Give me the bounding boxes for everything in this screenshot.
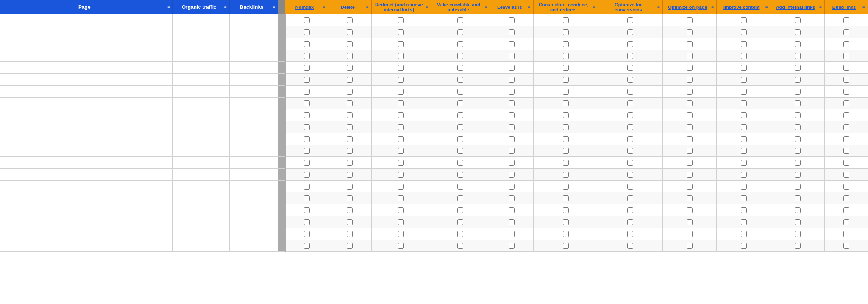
cell-improve[interactable] [717, 74, 771, 86]
cell-optimize-conv[interactable] [598, 240, 663, 252]
checkbox-leave-15[interactable] [509, 195, 515, 201]
cell-redirect[interactable] [371, 14, 431, 26]
checkbox-add-internal-13[interactable] [795, 172, 801, 178]
cell-build[interactable] [825, 38, 868, 50]
checkbox-add-internal-5[interactable] [795, 77, 801, 83]
cell-noindex[interactable] [285, 204, 328, 216]
sort-icon-noindex[interactable]: ≡ [323, 5, 326, 10]
cell-improve[interactable] [717, 121, 771, 133]
checkbox-optimize-onpage-11[interactable] [687, 148, 693, 154]
cell-optimize-onpage[interactable] [663, 240, 717, 252]
cell-leave[interactable] [490, 26, 533, 38]
cell-redirect[interactable] [371, 181, 431, 192]
checkbox-noindex-5[interactable] [304, 77, 310, 83]
cell-build[interactable] [825, 157, 868, 169]
cell-leave[interactable] [490, 14, 533, 26]
checkbox-redirect-10[interactable] [398, 136, 404, 142]
checkbox-optimize-conv-16[interactable] [627, 207, 633, 213]
cell-noindex[interactable] [285, 228, 328, 240]
checkbox-redirect-11[interactable] [398, 148, 404, 154]
checkbox-build-1[interactable] [843, 29, 849, 35]
cell-consolidate[interactable] [533, 38, 598, 50]
cell-leave[interactable] [490, 38, 533, 50]
cell-optimize-onpage[interactable] [663, 38, 717, 50]
checkbox-leave-7[interactable] [509, 100, 515, 106]
cell-consolidate[interactable] [533, 204, 598, 216]
checkbox-delete-19[interactable] [347, 243, 353, 249]
checkbox-improve-5[interactable] [741, 77, 747, 83]
cell-leave[interactable] [490, 74, 533, 86]
cell-consolidate[interactable] [533, 50, 598, 62]
cell-add-internal[interactable] [771, 133, 824, 145]
cell-optimize-conv[interactable] [598, 74, 663, 86]
sort-icon-backlinks[interactable]: ≡ [273, 5, 275, 10]
checkbox-noindex-18[interactable] [304, 231, 310, 237]
cell-leave[interactable] [490, 204, 533, 216]
checkbox-crawlable-11[interactable] [457, 148, 463, 154]
cell-optimize-onpage[interactable] [663, 228, 717, 240]
checkbox-optimize-onpage-15[interactable] [687, 195, 693, 201]
checkbox-optimize-onpage-5[interactable] [687, 77, 693, 83]
checkbox-delete-6[interactable] [347, 89, 353, 95]
checkbox-delete-3[interactable] [347, 53, 353, 59]
checkbox-add-internal-4[interactable] [795, 65, 801, 71]
checkbox-optimize-onpage-14[interactable] [687, 184, 693, 190]
cell-add-internal[interactable] [771, 204, 824, 216]
checkbox-noindex-17[interactable] [304, 219, 310, 225]
cell-optimize-conv[interactable] [598, 109, 663, 121]
cell-optimize-conv[interactable] [598, 145, 663, 157]
checkbox-consolidate-10[interactable] [563, 136, 569, 142]
cell-redirect[interactable] [371, 86, 431, 98]
cell-improve[interactable] [717, 204, 771, 216]
checkbox-optimize-conv-5[interactable] [627, 77, 633, 83]
cell-optimize-onpage[interactable] [663, 62, 717, 74]
checkbox-optimize-conv-8[interactable] [627, 112, 633, 118]
checkbox-crawlable-2[interactable] [457, 41, 463, 47]
cell-optimize-conv[interactable] [598, 50, 663, 62]
checkbox-optimize-conv-13[interactable] [627, 172, 633, 178]
cell-redirect[interactable] [371, 228, 431, 240]
cell-noindex[interactable] [285, 216, 328, 228]
cell-add-internal[interactable] [771, 98, 824, 109]
checkbox-noindex-11[interactable] [304, 148, 310, 154]
cell-leave[interactable] [490, 145, 533, 157]
checkbox-add-internal-16[interactable] [795, 207, 801, 213]
checkbox-crawlable-4[interactable] [457, 65, 463, 71]
cell-delete[interactable] [328, 109, 371, 121]
checkbox-delete-11[interactable] [347, 148, 353, 154]
cell-consolidate[interactable] [533, 216, 598, 228]
checkbox-delete-9[interactable] [347, 124, 353, 130]
checkbox-improve-9[interactable] [741, 124, 747, 130]
cell-improve[interactable] [717, 228, 771, 240]
sort-icon-improve[interactable]: ≡ [765, 5, 768, 10]
checkbox-build-2[interactable] [843, 41, 849, 47]
cell-optimize-conv[interactable] [598, 204, 663, 216]
cell-leave[interactable] [490, 109, 533, 121]
checkbox-noindex-16[interactable] [304, 207, 310, 213]
checkbox-build-9[interactable] [843, 124, 849, 130]
checkbox-optimize-onpage-1[interactable] [687, 29, 693, 35]
checkbox-crawlable-3[interactable] [457, 53, 463, 59]
checkbox-build-18[interactable] [843, 231, 849, 237]
cell-leave[interactable] [490, 228, 533, 240]
checkbox-leave-9[interactable] [509, 124, 515, 130]
checkbox-consolidate-15[interactable] [563, 195, 569, 201]
checkbox-redirect-12[interactable] [398, 160, 404, 166]
checkbox-crawlable-16[interactable] [457, 207, 463, 213]
checkbox-optimize-conv-2[interactable] [627, 41, 633, 47]
checkbox-consolidate-1[interactable] [563, 29, 569, 35]
checkbox-add-internal-15[interactable] [795, 195, 801, 201]
checkbox-delete-12[interactable] [347, 160, 353, 166]
cell-crawlable[interactable] [431, 169, 490, 181]
checkbox-consolidate-6[interactable] [563, 89, 569, 95]
col-header-leave[interactable]: Leave as is ≡ [490, 0, 533, 14]
cell-consolidate[interactable] [533, 109, 598, 121]
checkbox-leave-13[interactable] [509, 172, 515, 178]
cell-noindex[interactable] [285, 38, 328, 50]
cell-redirect[interactable] [371, 62, 431, 74]
checkbox-build-7[interactable] [843, 100, 849, 106]
cell-optimize-onpage[interactable] [663, 192, 717, 204]
cell-noindex[interactable] [285, 109, 328, 121]
cell-add-internal[interactable] [771, 14, 824, 26]
checkbox-crawlable-10[interactable] [457, 136, 463, 142]
